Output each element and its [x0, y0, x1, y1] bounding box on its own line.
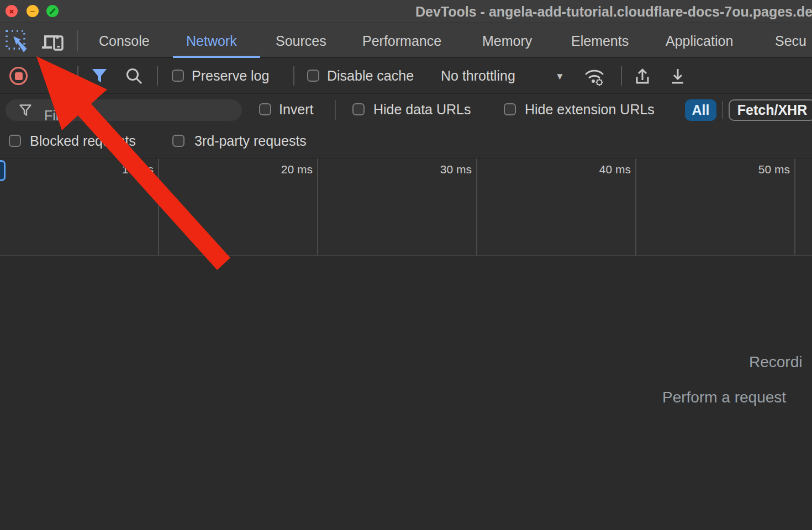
timeline-tick-label: 50 ms — [740, 163, 790, 176]
filter-chip-fetch-xhr[interactable]: Fetch/XHR — [729, 99, 812, 121]
filter-input[interactable] — [44, 107, 232, 124]
tab-network[interactable]: Network — [186, 33, 237, 49]
hide-data-urls-label[interactable]: Hide data URLs — [373, 102, 471, 118]
tab-application[interactable]: Application — [666, 33, 733, 49]
filter-divider — [335, 100, 336, 120]
network-conditions-button[interactable] — [583, 67, 607, 87]
filter-chip-all[interactable]: All — [685, 99, 716, 121]
timeline-tick-label: 30 ms — [422, 163, 472, 176]
disable-cache-checkbox[interactable] — [307, 70, 319, 82]
recording-message: Recordi — [749, 353, 802, 371]
tab-console[interactable]: Console — [99, 33, 150, 49]
network-filter-bar-2: Blocked requests 3rd-party requests — [0, 126, 812, 158]
timeline-tick-label: 20 ms — [263, 163, 313, 176]
toolbar-divider — [621, 66, 622, 86]
export-har-button[interactable] — [668, 67, 687, 86]
network-toolbar: Preserve log Disable cache No throttling… — [0, 58, 812, 94]
blocked-requests-label[interactable]: Blocked requests — [30, 133, 136, 149]
preserve-log-label[interactable]: Preserve log — [192, 68, 269, 84]
hide-extension-urls-label[interactable]: Hide extension URLs — [525, 102, 655, 118]
third-party-requests-label[interactable]: 3rd-party requests — [194, 133, 307, 149]
search-button[interactable] — [125, 67, 143, 85]
toolbar-divider — [293, 66, 294, 86]
hide-data-urls-checkbox[interactable] — [352, 103, 365, 115]
search-icon — [125, 67, 143, 85]
disable-cache-label[interactable]: Disable cache — [327, 68, 414, 84]
inspect-cursor-icon — [4, 29, 30, 54]
network-requests-panel: Recordi Perform a request — [0, 256, 812, 530]
toolbar-divider — [157, 66, 158, 86]
tab-elements[interactable]: Elements — [571, 33, 629, 49]
invert-label[interactable]: Invert — [279, 102, 314, 118]
overview-selection-handle[interactable] — [0, 160, 6, 181]
filter-divider — [722, 101, 723, 119]
chevron-down-icon: ▼ — [555, 71, 565, 82]
throttling-value: No throttling — [441, 68, 515, 84]
devtools-tabbar: Console Network Sources Performance Memo… — [0, 23, 812, 58]
funnel-outline-icon — [19, 104, 32, 117]
device-toolbar-button[interactable] — [40, 30, 66, 53]
import-har-button[interactable] — [633, 67, 652, 86]
filter-input-pill[interactable] — [6, 99, 242, 121]
clear-network-log-button[interactable] — [44, 68, 61, 84]
funnel-icon — [91, 67, 108, 84]
window-minimize-button[interactable]: − — [27, 5, 39, 17]
tab-performance[interactable]: Performance — [362, 33, 441, 49]
tab-memory[interactable]: Memory — [482, 33, 532, 49]
record-network-log-button[interactable] — [9, 67, 28, 85]
download-icon — [668, 67, 687, 86]
throttling-select[interactable]: No throttling ▼ — [441, 68, 579, 86]
toolbar-divider — [77, 66, 78, 86]
zoom-slash-icon — [49, 8, 56, 14]
blocked-requests-checkbox[interactable] — [9, 135, 21, 147]
window-titlebar: × − DevTools - angela-add-tutorial.cloud… — [0, 0, 812, 23]
perform-request-message: Perform a request — [662, 389, 786, 406]
device-toolbar-icon — [40, 30, 66, 53]
timeline-gridline — [794, 158, 795, 255]
hide-extension-urls-checkbox[interactable] — [504, 103, 516, 115]
record-stop-icon — [15, 72, 23, 80]
timeline-gridline — [476, 158, 477, 255]
toolbar-divider — [77, 30, 78, 51]
wifi-gear-icon — [583, 67, 607, 87]
tab-sources[interactable]: Sources — [276, 33, 326, 49]
timeline-gridline — [158, 158, 159, 255]
preserve-log-checkbox[interactable] — [172, 70, 184, 82]
network-overview-timeline[interactable]: 10 ms 20 ms 30 ms 40 ms 50 ms — [0, 158, 812, 256]
timeline-gridline — [317, 158, 318, 255]
tab-security[interactable]: Secu — [775, 33, 806, 49]
invert-checkbox[interactable] — [259, 103, 271, 115]
filter-toggle-button[interactable] — [91, 67, 108, 84]
network-filter-bar: Invert Hide data URLs Hide extension URL… — [0, 94, 812, 126]
window-title: DevTools - angela-add-tutorial.cloudflar… — [415, 4, 812, 20]
timeline-tick-label: 40 ms — [581, 163, 631, 176]
timeline-gridline — [635, 158, 636, 255]
upload-icon — [633, 67, 652, 86]
clear-icon — [44, 68, 61, 84]
window-close-button[interactable]: × — [6, 5, 18, 17]
inspect-element-button[interactable] — [4, 29, 30, 54]
third-party-requests-checkbox[interactable] — [172, 135, 184, 147]
timeline-tick-label: 10 ms — [104, 163, 154, 176]
window-zoom-button[interactable] — [46, 5, 59, 17]
